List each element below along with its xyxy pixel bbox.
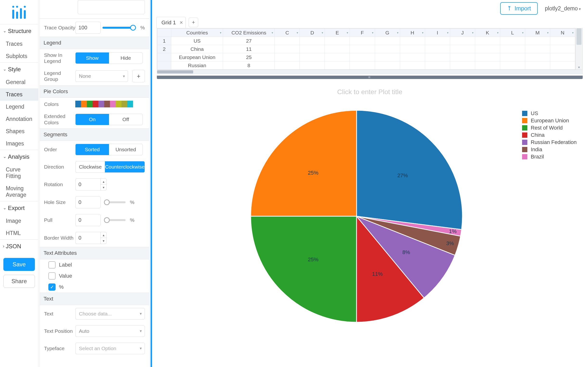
row-number[interactable] — [157, 61, 171, 70]
trace-opacity-slider[interactable] — [103, 27, 136, 29]
color-swatch[interactable] — [75, 101, 81, 107]
cell[interactable]: 8 — [223, 61, 275, 70]
cell[interactable] — [375, 45, 400, 53]
column-header[interactable]: L▾ — [500, 29, 525, 37]
cell[interactable] — [475, 45, 500, 53]
nav-item-image[interactable]: Image — [0, 215, 38, 227]
cell[interactable] — [375, 53, 400, 61]
rotation-input[interactable] — [75, 178, 101, 191]
column-header[interactable]: M▾ — [525, 29, 550, 37]
column-header[interactable]: E▾ — [325, 29, 350, 37]
checkbox-percent[interactable]: ✓ — [48, 284, 56, 291]
cell[interactable] — [450, 61, 475, 70]
legend-group-select[interactable]: None — [75, 70, 128, 82]
import-button[interactable]: ⤒ Import — [500, 2, 538, 15]
column-header[interactable]: CO2 Emissions▾ — [223, 29, 275, 37]
border-width-input[interactable] — [75, 232, 101, 244]
checkbox-value[interactable] — [48, 272, 56, 280]
clockwise-option[interactable]: Clockwise — [76, 161, 105, 172]
off-option[interactable]: Off — [109, 114, 142, 125]
legend-item[interactable]: Rest of World — [522, 124, 577, 132]
color-swatch[interactable] — [127, 101, 133, 107]
cell[interactable]: US — [171, 37, 223, 45]
share-button[interactable]: Share — [3, 275, 35, 288]
checkbox-percent-row[interactable]: ✓% — [40, 282, 149, 292]
cell[interactable] — [325, 61, 350, 70]
cell[interactable] — [425, 61, 450, 70]
nav-item-general[interactable]: General — [0, 76, 38, 88]
cell[interactable] — [275, 53, 300, 61]
cell[interactable] — [350, 37, 375, 45]
cell[interactable] — [450, 53, 475, 61]
text-data-select[interactable]: Choose data... — [75, 308, 145, 320]
color-swatch[interactable] — [81, 101, 87, 107]
nav-item-moving-average[interactable]: Moving Average — [0, 182, 38, 201]
add-tab-button[interactable]: + — [189, 17, 198, 27]
nav-item-curve-fitting[interactable]: Curve Fitting — [0, 164, 38, 182]
scroll-thumb[interactable] — [576, 28, 581, 45]
show-in-legend-toggle[interactable]: Show Hide — [75, 52, 143, 64]
color-swatch[interactable] — [116, 101, 121, 107]
cell[interactable] — [550, 53, 575, 61]
table-row[interactable]: 1US27 — [157, 37, 575, 45]
cell[interactable] — [550, 61, 575, 70]
cell[interactable] — [300, 61, 325, 70]
cell[interactable] — [300, 45, 325, 53]
cell[interactable]: 25 — [223, 53, 275, 61]
row-number[interactable] — [157, 53, 171, 61]
checkbox-value-row[interactable]: Value — [40, 270, 149, 282]
cell[interactable] — [325, 45, 350, 53]
legend-item[interactable]: US — [522, 110, 577, 117]
cell[interactable] — [525, 53, 550, 61]
nav-section-style[interactable]: ⌄Style — [0, 62, 38, 76]
table-row[interactable]: European Union25 — [157, 53, 575, 61]
cell[interactable] — [550, 37, 575, 45]
cell[interactable]: Russian — [171, 61, 223, 70]
nav-item-traces[interactable]: Traces — [0, 38, 38, 50]
extended-colors-toggle[interactable]: On Off — [75, 114, 143, 125]
cell[interactable] — [400, 45, 425, 53]
cell[interactable] — [450, 37, 475, 45]
cell[interactable] — [525, 61, 550, 70]
pull-slider[interactable] — [104, 219, 126, 221]
scroll-down-icon[interactable]: ▾ — [575, 65, 582, 69]
step-up-icon[interactable]: ▴ — [101, 232, 106, 238]
trace-opacity-input[interactable] — [75, 22, 101, 34]
hide-option[interactable]: Hide — [109, 52, 142, 64]
cell[interactable] — [300, 53, 325, 61]
cell[interactable] — [450, 45, 475, 53]
cell[interactable] — [500, 53, 525, 61]
sorted-option[interactable]: Sorted — [76, 144, 109, 155]
checkbox-label-row[interactable]: Label — [40, 259, 149, 270]
cell[interactable] — [425, 53, 450, 61]
nav-section-json[interactable]: ›JSON — [0, 239, 38, 253]
cell[interactable] — [350, 61, 375, 70]
save-button[interactable]: Save — [3, 258, 35, 271]
cell[interactable] — [475, 61, 500, 70]
color-swatch[interactable] — [104, 101, 110, 107]
cell[interactable] — [525, 45, 550, 53]
unsorted-option[interactable]: Unsorted — [109, 144, 142, 155]
cell[interactable] — [475, 37, 500, 45]
hole-size-input[interactable] — [75, 196, 101, 208]
column-header[interactable]: J▾ — [450, 29, 475, 37]
column-header[interactable]: H▾ — [400, 29, 425, 37]
add-legend-group-button[interactable]: + — [132, 70, 145, 82]
close-icon[interactable]: ✕ — [179, 20, 183, 25]
step-up-icon[interactable]: ▴ — [101, 179, 106, 185]
column-header[interactable]: K▾ — [475, 29, 500, 37]
column-header[interactable]: Countries▾ — [171, 29, 223, 37]
nav-item-images[interactable]: Images — [0, 138, 38, 150]
color-swatch[interactable] — [93, 101, 98, 107]
step-down-icon[interactable]: ▾ — [101, 184, 106, 190]
nav-item-html[interactable]: HTML — [0, 227, 38, 239]
horizontal-scrollbar[interactable] — [157, 70, 583, 74]
nav-item-annotation[interactable]: Annotation — [0, 113, 38, 125]
table-row[interactable]: 2China11 — [157, 45, 575, 53]
grid-tab[interactable]: Grid 1 ✕ — [156, 17, 186, 28]
pie-slice[interactable] — [251, 110, 356, 216]
color-swatch[interactable] — [121, 101, 127, 107]
cell[interactable] — [400, 61, 425, 70]
row-number[interactable]: 2 — [157, 45, 171, 53]
nav-section-analysis[interactable]: ⌄Analysis — [0, 150, 38, 164]
